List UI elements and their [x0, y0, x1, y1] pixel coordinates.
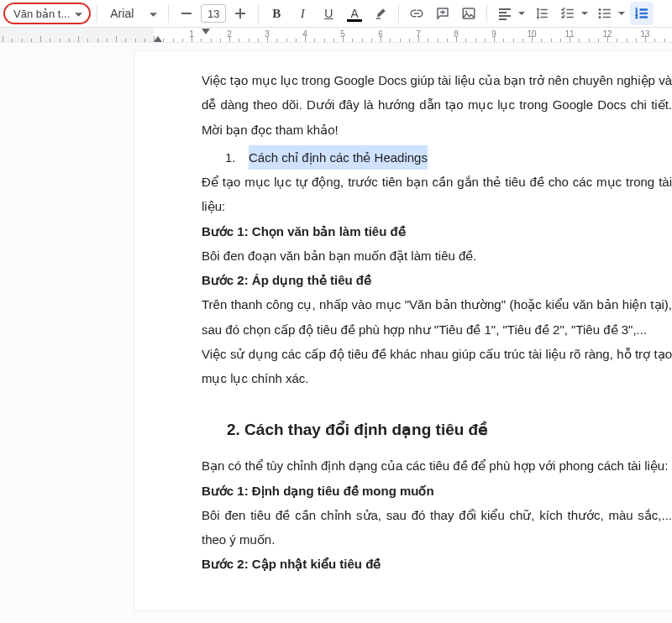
document-viewport: Việc tạo mục lục trong Google Docs giúp …: [0, 43, 672, 623]
horizontal-ruler[interactable]: 12345678910111213: [0, 28, 672, 43]
underline-button[interactable]: U: [317, 2, 340, 25]
line-spacing-button[interactable]: [530, 2, 554, 25]
text-color-button[interactable]: A: [343, 2, 366, 25]
font-size-value: 13: [207, 8, 219, 20]
toolbar-separator: [398, 4, 399, 23]
first-line-indent-marker[interactable]: [202, 29, 210, 34]
checklist-dropdown[interactable]: [579, 2, 591, 25]
highlighter-icon: [374, 7, 387, 20]
paragraph[interactable]: Để tạo mục lục tự động, trước tiên bạn c…: [202, 170, 672, 219]
svg-point-7: [599, 16, 601, 18]
heading-2[interactable]: 2. Cách thay đổi định dạng tiêu đề: [227, 414, 672, 445]
bold-paragraph[interactable]: Bước 2: Cập nhật kiểu tiêu đề: [202, 552, 672, 576]
font-size-input[interactable]: 13: [201, 4, 226, 23]
toolbar-separator: [258, 4, 259, 23]
add-comment-button[interactable]: [431, 2, 454, 25]
insert-link-button[interactable]: [405, 2, 428, 25]
paragraph[interactable]: Bôi đen đoạn văn bản bạn muốn đặt làm ti…: [202, 243, 672, 268]
paragraph[interactable]: Việc sử dụng các cấp độ tiêu đề khác nha…: [202, 342, 672, 391]
chevron-down-icon: [150, 7, 157, 20]
checklist-button[interactable]: [556, 2, 580, 25]
bold-paragraph[interactable]: Bước 1: Định dạng tiêu đề mong muốn: [202, 479, 672, 503]
link-icon: [409, 6, 424, 21]
toolbar: Văn bản t... Arial 13 B I U A: [0, 0, 672, 28]
font-family-label: Arial: [110, 7, 134, 20]
paragraph[interactable]: Việc tạo mục lục trong Google Docs giúp …: [202, 68, 672, 142]
bold-button[interactable]: B: [265, 2, 288, 25]
ruler-ticks: 12345678910111213: [0, 28, 672, 42]
bold-paragraph[interactable]: Bước 1: Chọn văn bản làm tiêu đề: [202, 219, 672, 243]
chevron-down-icon: [75, 8, 82, 20]
svg-point-6: [599, 13, 601, 15]
toolbar-separator: [97, 4, 97, 23]
comment-plus-icon: [435, 6, 450, 21]
line-spacing-icon: [534, 6, 549, 21]
svg-rect-2: [235, 13, 245, 14]
paragraph[interactable]: Bôi đen tiêu đề cần chỉnh sửa, sau đó th…: [202, 503, 672, 552]
italic-icon: I: [301, 7, 305, 21]
paragraph-style-dropdown[interactable]: Văn bản t...: [3, 3, 91, 24]
svg-point-4: [465, 11, 467, 13]
svg-text:3: 3: [636, 15, 638, 19]
font-family-dropdown[interactable]: Arial: [103, 3, 162, 24]
bold-paragraph[interactable]: Bước 2: Áp dụng thẻ tiêu đề: [202, 268, 672, 292]
italic-button[interactable]: I: [291, 2, 314, 25]
numbered-list-button[interactable]: 1 2 3: [630, 2, 654, 25]
text-color-swatch: [347, 19, 362, 22]
left-indent-marker[interactable]: [154, 36, 162, 42]
increase-font-size-button[interactable]: [228, 2, 252, 25]
checklist-icon: [560, 6, 575, 21]
align-left-icon: [498, 7, 512, 20]
svg-rect-0: [181, 13, 192, 14]
bulleted-list-dropdown[interactable]: [616, 2, 627, 25]
align-button[interactable]: [493, 2, 517, 25]
toolbar-separator: [486, 4, 487, 23]
document-body[interactable]: Việc tạo mục lục trong Google Docs giúp …: [202, 68, 672, 577]
document-page[interactable]: Việc tạo mục lục trong Google Docs giúp …: [134, 51, 672, 610]
image-icon: [461, 6, 476, 21]
bullet-list-icon: [597, 6, 612, 21]
list-number: 1.: [225, 145, 240, 170]
text-color-icon: A: [351, 7, 359, 20]
ordered-list-item[interactable]: 1. Cách chỉ định các thẻ Headings: [202, 145, 672, 170]
decrease-font-size-button[interactable]: [175, 2, 198, 25]
underline-icon: U: [324, 7, 333, 20]
svg-point-5: [599, 8, 601, 11]
insert-image-button[interactable]: [457, 2, 480, 25]
bulleted-list-button[interactable]: [593, 2, 617, 25]
bold-icon: B: [272, 7, 281, 21]
selected-text[interactable]: Cách chỉ định các thẻ Headings: [249, 145, 428, 170]
numbered-list-icon: 1 2 3: [634, 6, 649, 21]
highlight-color-button[interactable]: [369, 2, 392, 25]
paragraph-style-label: Văn bản t...: [13, 8, 70, 20]
toolbar-separator: [168, 4, 169, 23]
paragraph[interactable]: Bạn có thể tùy chỉnh định dạng của các t…: [202, 453, 672, 478]
paragraph[interactable]: Trên thanh công cụ, nhấp vào mục "Văn bả…: [202, 292, 672, 342]
align-dropdown[interactable]: [516, 2, 528, 25]
